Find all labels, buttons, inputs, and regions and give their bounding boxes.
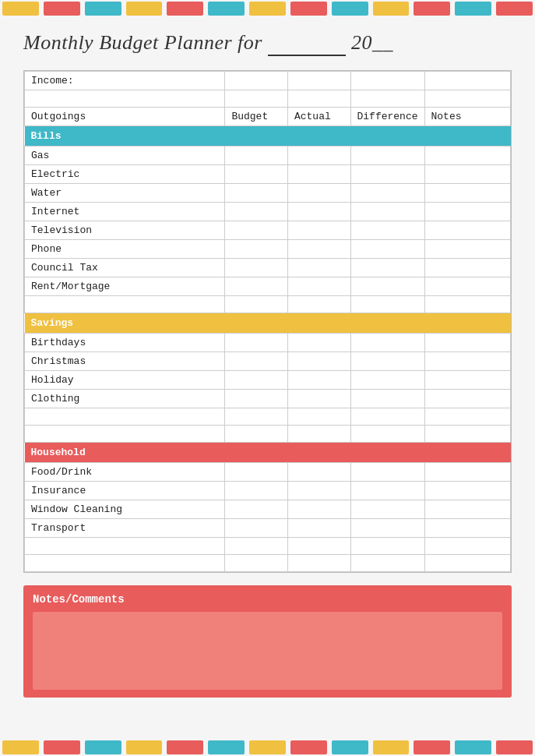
bar-seg	[126, 740, 163, 754]
column-headers: Outgoings Budget Actual Difference Notes	[25, 108, 511, 126]
bar-seg	[414, 2, 450, 16]
row-notes[interactable]	[424, 221, 510, 240]
header-budget: Budget	[225, 108, 288, 126]
row-actual[interactable]	[287, 482, 350, 500]
row-notes[interactable]	[424, 240, 510, 259]
table-row: Television	[25, 221, 511, 240]
bar-seg	[249, 2, 286, 16]
row-budget[interactable]	[225, 259, 288, 277]
bar-seg	[290, 2, 327, 16]
row-budget[interactable]	[225, 352, 288, 371]
row-actual[interactable]	[287, 147, 350, 165]
row-actual[interactable]	[287, 259, 350, 277]
row-budget[interactable]	[225, 519, 288, 538]
category-savings: Savings	[25, 313, 511, 334]
row-difference[interactable]	[350, 203, 424, 221]
page: Monthly Budget Planner for 20__ Income:	[0, 0, 535, 756]
row-budget[interactable]	[225, 390, 288, 408]
row-actual[interactable]	[287, 352, 350, 371]
spacer	[25, 296, 511, 313]
row-actual[interactable]	[287, 390, 350, 408]
row-notes[interactable]	[424, 277, 510, 296]
title-text: Monthly Budget Planner for	[23, 31, 262, 54]
bar-seg	[332, 740, 368, 754]
row-budget[interactable]	[225, 371, 288, 390]
row-actual[interactable]	[287, 519, 350, 538]
row-difference[interactable]	[350, 334, 424, 352]
bar-seg	[414, 740, 450, 754]
row-notes[interactable]	[424, 259, 510, 277]
row-actual[interactable]	[287, 203, 350, 221]
row-budget[interactable]	[225, 277, 288, 296]
row-difference[interactable]	[350, 390, 424, 408]
table-row: Clothing	[25, 390, 511, 408]
category-bills: Bills	[25, 126, 511, 147]
table-row: Council Tax	[25, 259, 511, 277]
row-budget[interactable]	[225, 221, 288, 240]
row-actual[interactable]	[287, 500, 350, 519]
row-notes[interactable]	[424, 203, 510, 221]
row-difference[interactable]	[350, 277, 424, 296]
row-budget[interactable]	[225, 184, 288, 203]
row-actual[interactable]	[287, 221, 350, 240]
row-notes[interactable]	[424, 482, 510, 500]
row-notes[interactable]	[424, 147, 510, 165]
row-difference[interactable]	[350, 221, 424, 240]
row-difference[interactable]	[350, 500, 424, 519]
bar-seg	[167, 2, 203, 16]
table-row: Insurance	[25, 482, 511, 500]
row-notes[interactable]	[424, 334, 510, 352]
row-notes[interactable]	[424, 500, 510, 519]
row-actual[interactable]	[287, 463, 350, 482]
table-row: Phone	[25, 240, 511, 259]
bar-seg	[332, 2, 368, 16]
row-difference[interactable]	[350, 519, 424, 538]
row-difference[interactable]	[350, 352, 424, 371]
row-notes[interactable]	[424, 519, 510, 538]
row-difference[interactable]	[350, 147, 424, 165]
row-label: Food/Drink	[25, 463, 225, 482]
row-difference[interactable]	[350, 482, 424, 500]
bar-seg	[373, 740, 410, 754]
row-notes[interactable]	[424, 390, 510, 408]
row-budget[interactable]	[225, 334, 288, 352]
savings-label: Savings	[25, 313, 511, 334]
row-actual[interactable]	[287, 184, 350, 203]
row-difference[interactable]	[350, 184, 424, 203]
row-notes[interactable]	[424, 184, 510, 203]
bar-seg	[290, 740, 327, 754]
table-row: Water	[25, 184, 511, 203]
row-budget[interactable]	[225, 482, 288, 500]
row-notes[interactable]	[424, 165, 510, 184]
notes-area[interactable]	[33, 612, 502, 690]
row-actual[interactable]	[287, 165, 350, 184]
row-budget[interactable]	[225, 463, 288, 482]
row-budget[interactable]	[225, 147, 288, 165]
row-notes[interactable]	[424, 463, 510, 482]
table-row: Birthdays	[25, 334, 511, 352]
row-actual[interactable]	[287, 240, 350, 259]
row-difference[interactable]	[350, 165, 424, 184]
row-actual[interactable]	[287, 334, 350, 352]
income-notes	[424, 72, 510, 90]
row-difference[interactable]	[350, 463, 424, 482]
row-difference[interactable]	[350, 240, 424, 259]
row-budget[interactable]	[225, 240, 288, 259]
income-budget	[225, 72, 288, 90]
row-notes[interactable]	[424, 352, 510, 371]
notes-section: Notes/Comments	[23, 585, 512, 698]
row-label: Television	[25, 221, 225, 240]
row-budget[interactable]	[225, 203, 288, 221]
row-label: Rent/Mortgage	[25, 277, 225, 296]
row-label: Birthdays	[25, 334, 225, 352]
row-budget[interactable]	[225, 165, 288, 184]
row-difference[interactable]	[350, 371, 424, 390]
row-budget[interactable]	[225, 500, 288, 519]
row-actual[interactable]	[287, 371, 350, 390]
bar-seg	[496, 740, 533, 754]
row-notes[interactable]	[424, 371, 510, 390]
row-difference[interactable]	[350, 259, 424, 277]
title-year: 20__	[351, 31, 393, 54]
table-row: Rent/Mortgage	[25, 277, 511, 296]
row-actual[interactable]	[287, 277, 350, 296]
